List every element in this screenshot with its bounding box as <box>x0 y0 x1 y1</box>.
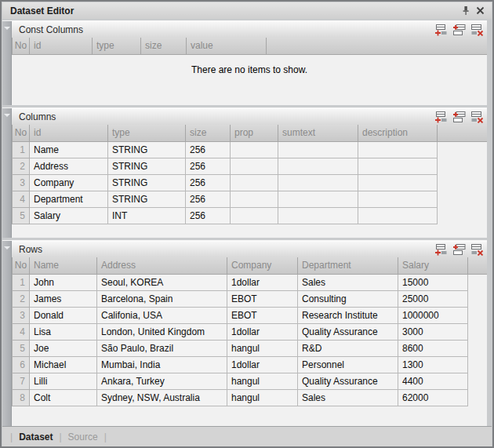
delete-row-button[interactable] <box>470 243 485 257</box>
cell[interactable]: Michael <box>30 356 97 373</box>
cell[interactable]: Research Institute <box>298 307 398 323</box>
cell[interactable] <box>231 207 278 224</box>
column-header-size[interactable]: size <box>186 125 231 141</box>
cell[interactable]: Address <box>30 158 108 174</box>
cell[interactable]: Lilli <box>30 373 97 389</box>
tab-source[interactable]: Source <box>67 432 100 443</box>
cell[interactable]: Seoul, KOREA <box>97 274 227 290</box>
cell[interactable]: 256 <box>186 141 231 158</box>
row-number-cell[interactable]: 7 <box>13 373 30 389</box>
cell[interactable]: Donald <box>30 307 97 323</box>
row-number-cell[interactable]: 5 <box>13 207 30 224</box>
cell[interactable] <box>231 158 278 174</box>
cell[interactable]: EBOT <box>227 290 298 307</box>
cell[interactable] <box>278 174 358 191</box>
row-number-cell[interactable]: 1 <box>13 141 30 158</box>
cell[interactable]: Quality Assurance <box>298 323 398 340</box>
cell[interactable]: Company <box>30 174 108 191</box>
cell[interactable]: 8600 <box>398 340 468 356</box>
cell[interactable]: STRING <box>108 158 186 174</box>
row-number-cell[interactable]: 1 <box>13 274 30 290</box>
cell[interactable]: James <box>30 290 97 307</box>
cell[interactable]: 256 <box>186 191 231 207</box>
row-number-cell[interactable]: 8 <box>13 389 30 406</box>
column-header-size[interactable]: size <box>141 38 187 54</box>
insert-row-button[interactable] <box>452 243 467 257</box>
cell[interactable]: Ankara, Turkey <box>97 373 227 389</box>
tab-dataset[interactable]: Dataset <box>17 432 54 443</box>
cell[interactable] <box>358 191 438 207</box>
column-header-value[interactable]: value <box>187 38 267 54</box>
cell[interactable]: Department <box>30 191 108 207</box>
column-header-Salary[interactable]: Salary <box>398 257 468 274</box>
cell[interactable]: John <box>30 274 97 290</box>
cell[interactable]: Name <box>30 141 108 158</box>
row-number-cell[interactable]: 5 <box>13 340 30 356</box>
row-number-cell[interactable]: 4 <box>13 323 30 340</box>
cell[interactable] <box>231 141 278 158</box>
collapse-strip[interactable] <box>2 21 12 105</box>
cell[interactable]: Consulting <box>298 290 398 307</box>
cell[interactable]: hangul <box>227 340 298 356</box>
cell[interactable] <box>278 158 358 174</box>
cell[interactable]: hangul <box>227 389 298 406</box>
cell[interactable]: Sydney, NSW, Australia <box>97 389 227 406</box>
collapse-strip[interactable] <box>2 241 12 426</box>
cell[interactable]: 62000 <box>398 389 468 406</box>
cell[interactable]: 256 <box>186 174 231 191</box>
column-header-Name[interactable]: Name <box>30 257 97 274</box>
row-number-cell[interactable]: 3 <box>13 174 30 191</box>
cell[interactable]: Califonia, USA <box>97 307 227 323</box>
column-header-sumtext[interactable]: sumtext <box>278 125 358 141</box>
add-row-button[interactable] <box>434 111 449 124</box>
cell[interactable] <box>278 207 358 224</box>
cell[interactable]: Colt <box>30 389 97 406</box>
cell[interactable] <box>358 141 438 158</box>
row-number-cell[interactable]: 6 <box>13 356 30 373</box>
cell[interactable]: 4400 <box>398 373 468 389</box>
cell[interactable]: Personnel <box>298 356 398 373</box>
column-header-type[interactable]: type <box>108 125 186 141</box>
cell[interactable] <box>278 141 358 158</box>
cell[interactable]: STRING <box>108 174 186 191</box>
cell[interactable]: 1dollar <box>227 356 298 373</box>
cell[interactable]: 256 <box>186 207 231 224</box>
add-row-button[interactable] <box>434 243 449 257</box>
cell[interactable]: STRING <box>108 141 186 158</box>
cell[interactable] <box>358 174 438 191</box>
cell[interactable]: Sales <box>298 274 398 290</box>
cell[interactable]: 25000 <box>398 290 468 307</box>
insert-row-button[interactable] <box>452 111 467 124</box>
cell[interactable]: 15000 <box>398 274 468 290</box>
column-header-No[interactable]: No <box>13 38 30 54</box>
cell[interactable]: 1300 <box>398 356 468 373</box>
column-header-prop[interactable]: prop <box>231 125 278 141</box>
cell[interactable]: STRING <box>108 191 186 207</box>
delete-row-button[interactable] <box>470 24 485 37</box>
cell[interactable]: Quality Assurance <box>298 373 398 389</box>
cell[interactable]: 1dollar <box>227 323 298 340</box>
collapse-strip[interactable] <box>2 108 12 238</box>
row-number-cell[interactable]: 4 <box>13 191 30 207</box>
cell[interactable]: hangul <box>227 373 298 389</box>
column-header-type[interactable]: type <box>93 38 141 54</box>
cell[interactable]: São Paulo, Brazil <box>97 340 227 356</box>
close-button[interactable] <box>473 4 487 17</box>
cell[interactable] <box>231 174 278 191</box>
cell[interactable] <box>231 191 278 207</box>
delete-row-button[interactable] <box>470 111 485 124</box>
column-header-id[interactable]: id <box>30 125 108 141</box>
cell[interactable]: 1dollar <box>227 274 298 290</box>
column-header-Address[interactable]: Address <box>97 257 227 274</box>
column-header-Department[interactable]: Department <box>298 257 398 274</box>
row-number-cell[interactable]: 2 <box>13 290 30 307</box>
column-header-id[interactable]: id <box>30 38 93 54</box>
cell[interactable] <box>358 207 438 224</box>
cell[interactable]: R&D <box>298 340 398 356</box>
insert-row-button[interactable] <box>452 24 467 37</box>
column-header-description[interactable]: description <box>358 125 438 141</box>
cell[interactable]: 1000000 <box>398 307 468 323</box>
cell[interactable] <box>358 158 438 174</box>
cell[interactable]: Joe <box>30 340 97 356</box>
column-header-No[interactable]: No <box>13 125 30 141</box>
